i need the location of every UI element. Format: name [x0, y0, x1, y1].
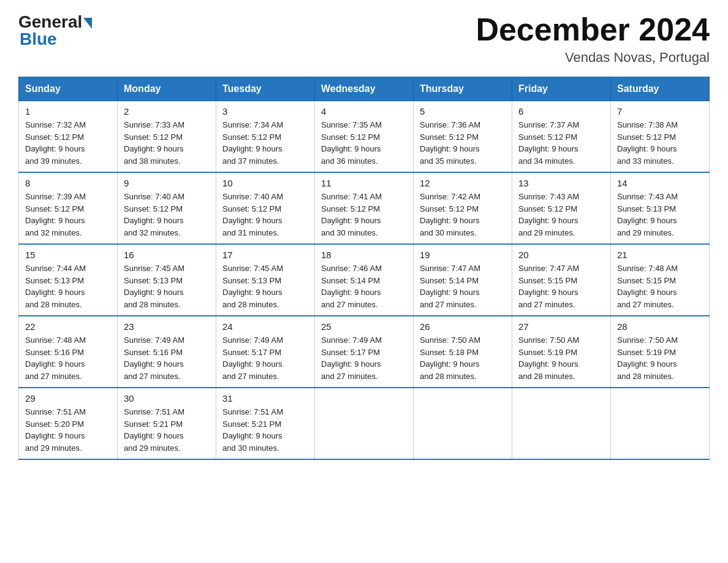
- week-row-2: 8Sunrise: 7:39 AMSunset: 5:12 PMDaylight…: [19, 172, 710, 244]
- day-number: 31: [222, 393, 308, 404]
- day-info: Sunrise: 7:48 AMSunset: 5:16 PMDaylight:…: [25, 334, 111, 382]
- day-cell: [414, 388, 512, 459]
- day-info: Sunrise: 7:47 AMSunset: 5:15 PMDaylight:…: [518, 262, 604, 310]
- day-cell: 18Sunrise: 7:46 AMSunset: 5:14 PMDayligh…: [315, 244, 414, 316]
- calendar-body: 1Sunrise: 7:32 AMSunset: 5:12 PMDaylight…: [19, 101, 710, 460]
- header-day-saturday: Saturday: [611, 77, 710, 101]
- day-info: Sunrise: 7:49 AMSunset: 5:16 PMDaylight:…: [124, 334, 210, 382]
- day-cell: [315, 388, 414, 459]
- day-info: Sunrise: 7:45 AMSunset: 5:13 PMDaylight:…: [124, 262, 210, 310]
- day-cell: 22Sunrise: 7:48 AMSunset: 5:16 PMDayligh…: [19, 316, 118, 388]
- day-info: Sunrise: 7:50 AMSunset: 5:18 PMDaylight:…: [420, 334, 506, 382]
- header-day-tuesday: Tuesday: [216, 77, 315, 101]
- day-cell: 24Sunrise: 7:49 AMSunset: 5:17 PMDayligh…: [216, 316, 315, 388]
- day-number: 22: [25, 321, 111, 332]
- day-number: 16: [124, 250, 210, 260]
- logo-blue-text: Blue: [20, 29, 57, 49]
- day-number: 29: [25, 393, 111, 404]
- day-number: 7: [617, 106, 703, 117]
- day-info: Sunrise: 7:51 AMSunset: 5:21 PMDaylight:…: [124, 406, 210, 454]
- day-cell: 28Sunrise: 7:50 AMSunset: 5:19 PMDayligh…: [611, 316, 710, 388]
- week-row-3: 15Sunrise: 7:44 AMSunset: 5:13 PMDayligh…: [19, 244, 710, 316]
- day-number: 6: [518, 106, 604, 117]
- day-number: 18: [321, 250, 407, 260]
- day-info: Sunrise: 7:38 AMSunset: 5:12 PMDaylight:…: [617, 119, 703, 167]
- header-day-wednesday: Wednesday: [315, 77, 414, 101]
- day-cell: 12Sunrise: 7:42 AMSunset: 5:12 PMDayligh…: [414, 172, 512, 244]
- day-number: 11: [321, 178, 407, 188]
- day-number: 19: [420, 250, 506, 260]
- day-number: 10: [222, 178, 308, 188]
- header-row: SundayMondayTuesdayWednesdayThursdayFrid…: [19, 77, 710, 101]
- page-header: General Blue December 2024 Vendas Novas,…: [18, 12, 710, 66]
- day-number: 27: [518, 321, 604, 332]
- day-cell: 3Sunrise: 7:34 AMSunset: 5:12 PMDaylight…: [216, 101, 315, 173]
- day-number: 2: [124, 106, 210, 117]
- day-number: 28: [617, 321, 703, 332]
- day-info: Sunrise: 7:48 AMSunset: 5:15 PMDaylight:…: [617, 262, 703, 310]
- day-number: 9: [124, 178, 210, 188]
- location-label: Vendas Novas, Portugal: [476, 50, 710, 66]
- day-cell: 16Sunrise: 7:45 AMSunset: 5:13 PMDayligh…: [118, 244, 216, 316]
- day-number: 13: [518, 178, 604, 188]
- day-cell: 4Sunrise: 7:35 AMSunset: 5:12 PMDaylight…: [315, 101, 414, 173]
- day-cell: 30Sunrise: 7:51 AMSunset: 5:21 PMDayligh…: [118, 388, 216, 459]
- day-number: 15: [25, 250, 111, 260]
- day-info: Sunrise: 7:43 AMSunset: 5:12 PMDaylight:…: [518, 191, 604, 239]
- day-number: 20: [518, 250, 604, 260]
- day-number: 30: [124, 393, 210, 404]
- day-number: 14: [617, 178, 703, 188]
- week-row-5: 29Sunrise: 7:51 AMSunset: 5:20 PMDayligh…: [19, 388, 710, 459]
- day-info: Sunrise: 7:36 AMSunset: 5:12 PMDaylight:…: [420, 119, 506, 167]
- day-cell: 5Sunrise: 7:36 AMSunset: 5:12 PMDaylight…: [414, 101, 512, 173]
- header-day-thursday: Thursday: [414, 77, 512, 101]
- header-day-friday: Friday: [512, 77, 611, 101]
- day-cell: 6Sunrise: 7:37 AMSunset: 5:12 PMDaylight…: [512, 101, 611, 173]
- calendar-header: SundayMondayTuesdayWednesdayThursdayFrid…: [19, 77, 710, 101]
- day-number: 24: [222, 321, 308, 332]
- day-info: Sunrise: 7:51 AMSunset: 5:20 PMDaylight:…: [25, 406, 111, 454]
- week-row-4: 22Sunrise: 7:48 AMSunset: 5:16 PMDayligh…: [19, 316, 710, 388]
- day-number: 4: [321, 106, 407, 117]
- day-cell: 14Sunrise: 7:43 AMSunset: 5:13 PMDayligh…: [611, 172, 710, 244]
- day-info: Sunrise: 7:34 AMSunset: 5:12 PMDaylight:…: [222, 119, 308, 167]
- day-info: Sunrise: 7:43 AMSunset: 5:13 PMDaylight:…: [617, 191, 703, 239]
- day-cell: 1Sunrise: 7:32 AMSunset: 5:12 PMDaylight…: [19, 101, 118, 173]
- day-cell: 9Sunrise: 7:40 AMSunset: 5:12 PMDaylight…: [118, 172, 216, 244]
- title-section: December 2024 Vendas Novas, Portugal: [476, 12, 710, 66]
- day-info: Sunrise: 7:40 AMSunset: 5:12 PMDaylight:…: [222, 191, 308, 239]
- header-day-sunday: Sunday: [19, 77, 118, 101]
- month-title: December 2024: [476, 12, 710, 47]
- day-number: 3: [222, 106, 308, 117]
- day-number: 26: [420, 321, 506, 332]
- day-cell: 13Sunrise: 7:43 AMSunset: 5:12 PMDayligh…: [512, 172, 611, 244]
- header-day-monday: Monday: [118, 77, 216, 101]
- day-cell: 26Sunrise: 7:50 AMSunset: 5:18 PMDayligh…: [414, 316, 512, 388]
- day-info: Sunrise: 7:46 AMSunset: 5:14 PMDaylight:…: [321, 262, 407, 310]
- day-cell: 20Sunrise: 7:47 AMSunset: 5:15 PMDayligh…: [512, 244, 611, 316]
- day-info: Sunrise: 7:44 AMSunset: 5:13 PMDaylight:…: [25, 262, 111, 310]
- day-info: Sunrise: 7:49 AMSunset: 5:17 PMDaylight:…: [321, 334, 407, 382]
- day-info: Sunrise: 7:51 AMSunset: 5:21 PMDaylight:…: [222, 406, 308, 454]
- day-cell: 23Sunrise: 7:49 AMSunset: 5:16 PMDayligh…: [118, 316, 216, 388]
- day-number: 25: [321, 321, 407, 332]
- day-info: Sunrise: 7:49 AMSunset: 5:17 PMDaylight:…: [222, 334, 308, 382]
- logo-arrow-icon: [83, 18, 92, 29]
- day-cell: 31Sunrise: 7:51 AMSunset: 5:21 PMDayligh…: [216, 388, 315, 459]
- day-cell: 29Sunrise: 7:51 AMSunset: 5:20 PMDayligh…: [19, 388, 118, 459]
- day-number: 12: [420, 178, 506, 188]
- day-cell: 27Sunrise: 7:50 AMSunset: 5:19 PMDayligh…: [512, 316, 611, 388]
- day-info: Sunrise: 7:37 AMSunset: 5:12 PMDaylight:…: [518, 119, 604, 167]
- day-info: Sunrise: 7:42 AMSunset: 5:12 PMDaylight:…: [420, 191, 506, 239]
- day-cell: 2Sunrise: 7:33 AMSunset: 5:12 PMDaylight…: [118, 101, 216, 173]
- day-cell: 7Sunrise: 7:38 AMSunset: 5:12 PMDaylight…: [611, 101, 710, 173]
- day-cell: 8Sunrise: 7:39 AMSunset: 5:12 PMDaylight…: [19, 172, 118, 244]
- day-info: Sunrise: 7:41 AMSunset: 5:12 PMDaylight:…: [321, 191, 407, 239]
- day-info: Sunrise: 7:35 AMSunset: 5:12 PMDaylight:…: [321, 119, 407, 167]
- day-cell: 15Sunrise: 7:44 AMSunset: 5:13 PMDayligh…: [19, 244, 118, 316]
- day-info: Sunrise: 7:50 AMSunset: 5:19 PMDaylight:…: [518, 334, 604, 382]
- logo: General Blue: [18, 12, 92, 49]
- calendar-table: SundayMondayTuesdayWednesdayThursdayFrid…: [18, 77, 710, 460]
- day-cell: 10Sunrise: 7:40 AMSunset: 5:12 PMDayligh…: [216, 172, 315, 244]
- day-number: 23: [124, 321, 210, 332]
